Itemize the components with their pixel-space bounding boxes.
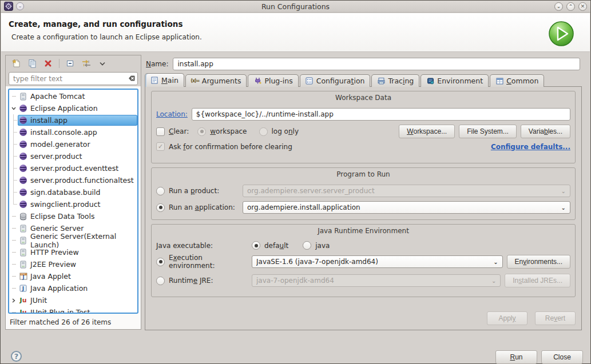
tab-environment[interactable]: Environment [421,74,489,87]
location-input[interactable] [192,108,570,121]
tree-item-apache-tomcat[interactable]: Apache Tomcat [9,90,137,102]
program-to-run-title: Program to Run [156,170,570,181]
clear-filter-icon[interactable] [126,74,135,84]
tree-item-generic-server-external[interactable]: Generic Server(External Launch) [9,234,137,246]
tree-item-install-app[interactable]: install.app [9,114,137,126]
tab-plug-ins[interactable]: Plug-ins [248,74,298,87]
run-a-product-radio[interactable] [156,187,165,195]
window-menu-button[interactable]: ⌄ [16,2,24,10]
chevron-down-icon[interactable] [9,107,18,110]
variables-button[interactable]: Variables... [521,125,570,138]
file-system-button[interactable]: File System... [459,125,517,138]
java-radio[interactable] [303,241,311,250]
duplicate-configuration-button[interactable] [27,58,37,69]
tab-common[interactable]: Common [490,74,544,87]
configure-defaults-link[interactable]: Configure defaults... [491,143,570,151]
dialog-subtitle: Create a configuration to launch an Ecli… [1,29,590,41]
tree-item-server-product-eventtest[interactable]: server.product.eventtest [9,162,137,174]
filter-launch-configurations-button[interactable] [81,58,92,69]
delete-configuration-button[interactable] [43,58,53,69]
app-gear-icon [4,2,13,11]
tab-label: Environment [437,77,483,85]
run-an-application-radio[interactable] [156,203,165,212]
tree-item-junit[interactable]: JuJUnit [9,294,137,306]
clear-label: Clear: [169,127,189,135]
tree-item-model-generator[interactable]: model.generator [9,138,137,150]
chevron-right-icon[interactable] [9,298,18,303]
tree-item-eclipse-data-tools[interactable]: Eclipse Data Tools [9,210,137,222]
filter-status: Filter matched 26 of 26 items [10,318,111,326]
clear-checkbox[interactable] [156,127,165,136]
runtime-jre-combo-value: java-7-openjdk-amd64 [256,277,491,285]
window-title: Run Configurations [1,2,590,11]
environments-button[interactable]: Environments... [507,255,570,269]
tab-tracing[interactable]: Tracing [371,74,419,87]
minimize-icon[interactable]: ⌄ [554,2,563,11]
tree-item-label: JUnit [30,296,47,305]
tab-configuration[interactable]: Configuration [300,74,371,87]
eclipse-application-icon [19,116,27,125]
log-only-radio [259,127,268,136]
java-runtime-environment-group: Java Runtime Environment Java executable… [151,224,576,297]
new-configuration-button[interactable] [11,58,21,69]
tree-item-label: Java Applet [30,272,71,281]
execution-environment-combo[interactable]: JavaSE-1.6 (java-7-openjdk-amd64) ⌄ [252,255,503,268]
tree-item-label: install.app [30,116,68,125]
plug-ins-tab-icon [253,77,261,85]
tree-item-label: HTTP Preview [30,248,79,257]
application-combo-value: org.adempiere.install.application [247,203,561,211]
tree-item-label: sign.database.build [30,188,100,197]
help-icon[interactable]: ? [11,351,22,362]
environment-tab-icon [426,77,434,85]
execution-environment-label: Execution environment: [169,254,248,270]
name-input[interactable] [173,58,580,70]
application-combo[interactable]: org.adempiere.install.application ⌄ [243,201,570,214]
close-button[interactable]: Close [541,350,583,364]
tree-item-server-product[interactable]: server.product [9,150,137,162]
tree-item-install-console-app[interactable]: install.console.app [9,126,137,138]
eclipse-application-icon [19,164,27,173]
tree-item-junit-plugin-test[interactable]: JuJUnit Plug-in Test [9,306,137,314]
tree-item-swingclient-product[interactable]: swingclient.product [9,198,137,210]
runtime-jre-combo: java-7-openjdk-amd64 ⌄ [252,274,501,287]
tab-arguments[interactable]: (x)= Arguments [185,74,247,87]
tree-item-label: install.console.app [30,128,97,137]
installed-jres-button: Installed JREs... [505,274,570,287]
run-orb-icon [548,21,574,47]
collapse-all-button[interactable] [65,58,76,69]
tree-item-label: swingclient.product [30,200,100,209]
view-menu-chevron-icon[interactable] [97,58,108,69]
titlebar: ⌄ Run Configurations ⌄ ⌃ ✕ [1,1,590,13]
tree-item-http-preview[interactable]: HTTP Preview [9,246,137,258]
tab-label: Main [161,76,179,85]
tree-item-eclipse-application[interactable]: Eclipse Application [9,102,137,114]
workspace-button[interactable]: Workspace... [399,125,455,138]
close-icon[interactable]: ✕ [578,2,587,11]
filter-input[interactable] [9,72,138,85]
tab-label: Plug-ins [264,77,292,85]
tab-main[interactable]: Main [145,73,184,87]
configurations-panel: Apache Tomcat Eclipse Application instal… [5,55,141,330]
tree-item-sign-database-build[interactable]: sign.database.build [9,186,137,198]
arguments-tab-icon: (x)= [191,77,199,85]
tree-item-java-application[interactable]: JJava Application [9,282,137,294]
tab-label: Common [506,77,538,85]
tab-label: Tracing [388,77,414,85]
eclipse-application-icon [19,104,27,113]
run-a-product-label: Run a product: [169,187,239,195]
junit-plugin-icon: Ju [19,308,27,314]
tree-item-server-product-functionaltest[interactable]: server.product.functionaltest [9,174,137,186]
revert-button: Revert [535,311,576,325]
runtime-jre-radio[interactable] [156,277,165,285]
default-radio[interactable] [252,241,260,250]
execution-environment-radio[interactable] [156,258,165,266]
run-button[interactable]: Run [495,350,537,364]
tree-item-java-applet[interactable]: JJava Applet [9,270,137,282]
runtime-jre-label: Runtime JRE: [169,277,248,285]
tab-label: Configuration [316,77,365,85]
maximize-icon[interactable]: ⌃ [566,2,575,11]
tree-item-label: server.product.functionaltest [30,176,134,185]
workspace-data-group: Workspace Data Location: Clear: workspac… [151,91,576,163]
location-link[interactable]: Location: [156,110,188,118]
tree-item-j2ee-preview[interactable]: J2EE Preview [9,258,137,270]
